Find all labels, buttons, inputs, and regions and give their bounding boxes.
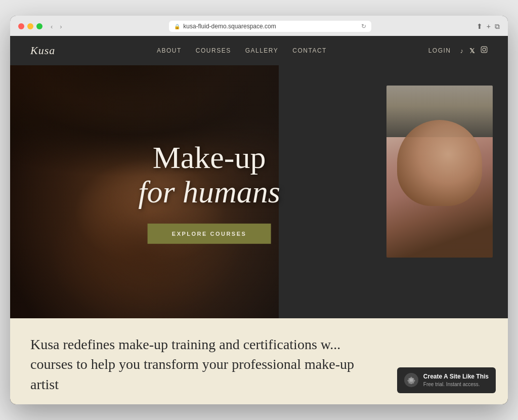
nav-about[interactable]: ABOUT bbox=[157, 47, 182, 54]
navigation: Kusa ABOUT COURSES GALLERY CONTACT LOGIN… bbox=[10, 36, 508, 65]
hero-content: Make-up for humans EXPLORE COURSES bbox=[138, 140, 280, 243]
new-tab-icon[interactable]: + bbox=[487, 22, 491, 31]
forward-button[interactable]: › bbox=[58, 22, 64, 31]
share-icon[interactable]: ⬆ bbox=[477, 22, 483, 31]
nav-right: LOGIN ♪ 𝕏 bbox=[428, 46, 488, 55]
svg-rect-0 bbox=[481, 47, 487, 53]
explore-courses-button[interactable]: EXPLORE COURSES bbox=[148, 223, 271, 243]
hero-section: Make-up for humans EXPLORE COURSES bbox=[10, 65, 508, 318]
intro-text: Kusa redefines make-up training and cert… bbox=[30, 334, 374, 394]
address-bar[interactable]: 🔒 kusa-fluid-demo.squarespace.com ↻ bbox=[169, 21, 371, 32]
fullscreen-button[interactable] bbox=[36, 23, 42, 29]
website-content: Kusa ABOUT COURSES GALLERY CONTACT LOGIN… bbox=[10, 36, 508, 404]
svg-point-1 bbox=[483, 48, 486, 51]
bottom-section: Kusa redefines make-up training and cert… bbox=[10, 318, 508, 404]
svg-rect-3 bbox=[410, 379, 413, 382]
nav-contact[interactable]: CONTACT bbox=[292, 47, 327, 54]
tabs-icon[interactable]: ⧉ bbox=[495, 22, 500, 31]
squarespace-icon bbox=[404, 373, 418, 387]
reload-icon[interactable]: ↻ bbox=[361, 23, 366, 30]
nav-links: ABOUT COURSES GALLERY CONTACT bbox=[157, 47, 327, 54]
close-button[interactable] bbox=[18, 23, 24, 29]
browser-window: ‹ › 🔒 kusa-fluid-demo.squarespace.com ↻ … bbox=[10, 16, 508, 404]
url-text: kusa-fluid-demo.squarespace.com bbox=[183, 23, 276, 30]
login-link[interactable]: LOGIN bbox=[428, 47, 451, 54]
browser-controls: ‹ › bbox=[49, 22, 64, 31]
svg-point-2 bbox=[486, 48, 486, 48]
badge-text: Create A Site Like This Free trial. Inst… bbox=[423, 372, 489, 388]
minimize-button[interactable] bbox=[27, 23, 33, 29]
hero-side-image bbox=[386, 86, 493, 258]
browser-actions: ⬆ + ⧉ bbox=[477, 22, 500, 31]
hero-title-line2: for humans bbox=[138, 175, 280, 209]
site-logo[interactable]: Kusa bbox=[30, 44, 55, 57]
nav-gallery[interactable]: GALLERY bbox=[245, 47, 279, 54]
traffic-lights bbox=[18, 23, 42, 29]
back-button[interactable]: ‹ bbox=[49, 22, 55, 31]
social-icons: ♪ 𝕏 bbox=[460, 46, 488, 55]
twitter-icon[interactable]: 𝕏 bbox=[469, 47, 474, 55]
nav-courses[interactable]: COURSES bbox=[196, 47, 231, 54]
lock-icon: 🔒 bbox=[174, 24, 180, 29]
tiktok-icon[interactable]: ♪ bbox=[460, 47, 463, 55]
hero-title-line1: Make-up bbox=[138, 140, 280, 175]
browser-chrome: ‹ › 🔒 kusa-fluid-demo.squarespace.com ↻ … bbox=[10, 16, 508, 36]
instagram-icon[interactable] bbox=[481, 46, 488, 55]
squarespace-badge[interactable]: Create A Site Like This Free trial. Inst… bbox=[397, 367, 496, 393]
badge-title: Create A Site Like This bbox=[423, 372, 489, 381]
badge-subtitle: Free trial. Instant access. bbox=[423, 381, 489, 388]
